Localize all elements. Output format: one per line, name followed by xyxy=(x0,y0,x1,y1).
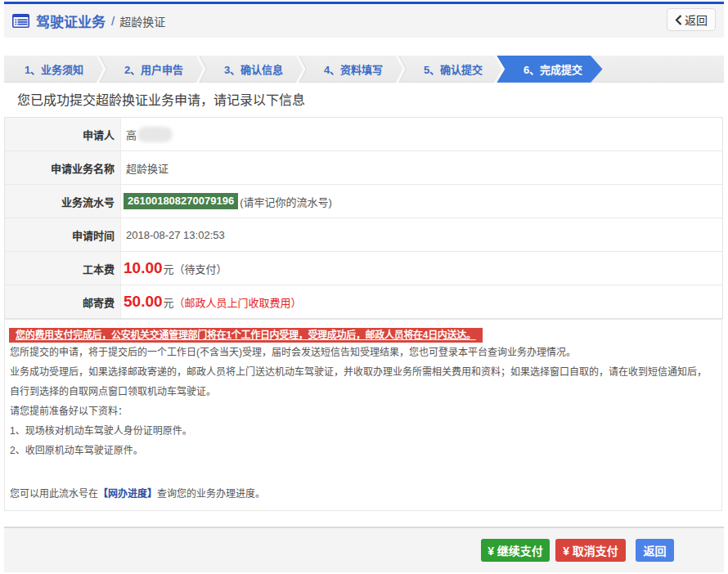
svg-text:1、业务须知: 1、业务须知 xyxy=(25,64,83,76)
svg-text:3、确认信息: 3、确认信息 xyxy=(224,64,283,76)
svg-text:5、确认提交: 5、确认提交 xyxy=(424,64,483,76)
svg-text:4、资料填写: 4、资料填写 xyxy=(324,64,383,76)
svg-text:2、用户申告: 2、用户申告 xyxy=(124,64,183,76)
svg-text:6、完成提交: 6、完成提交 xyxy=(524,64,582,76)
